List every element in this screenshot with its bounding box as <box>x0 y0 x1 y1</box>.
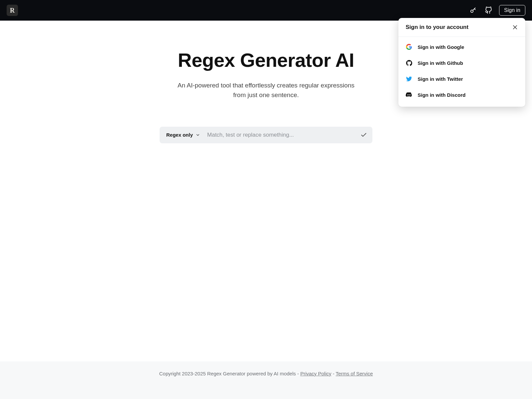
signin-option-label: Sign in with Discord <box>418 92 466 98</box>
app-header: R Sign in <box>0 0 532 21</box>
signin-option-label: Sign in with Github <box>418 60 463 66</box>
mode-select[interactable]: Regex only <box>160 127 205 143</box>
footer-privacy-link[interactable]: Privacy Policy <box>300 371 331 376</box>
prompt-input[interactable] <box>205 132 358 138</box>
signin-panel-header: Sign in to your account <box>398 18 525 37</box>
chevron-down-icon <box>196 133 200 137</box>
twitter-icon <box>406 75 412 82</box>
signin-option-label: Sign in with Google <box>418 44 464 50</box>
github-icon <box>406 60 412 66</box>
close-icon <box>512 24 518 30</box>
close-button[interactable] <box>512 24 518 30</box>
signin-options: Sign in with Google Sign in with Github … <box>398 37 525 107</box>
footer-copyright: Copyright 2023-2025 Regex Generator powe… <box>159 371 300 376</box>
check-icon <box>360 132 367 138</box>
api-key-icon[interactable] <box>468 6 478 15</box>
signin-option-twitter[interactable]: Sign in with Twitter <box>402 71 522 87</box>
svg-line-2 <box>474 9 475 10</box>
signin-option-discord[interactable]: Sign in with Discord <box>402 87 522 103</box>
signin-option-github[interactable]: Sign in with Github <box>402 55 522 71</box>
prompt-bar: Regex only <box>160 127 372 143</box>
github-link-icon[interactable] <box>484 6 493 15</box>
google-icon <box>406 44 412 50</box>
page-subtitle: An AI-powered tool that effortlessly cre… <box>173 80 359 100</box>
app-logo-letter: R <box>10 7 15 14</box>
footer-sep: - <box>333 371 336 376</box>
signin-panel-title: Sign in to your account <box>406 24 468 31</box>
app-logo[interactable]: R <box>7 5 18 16</box>
mode-select-label: Regex only <box>166 132 193 138</box>
discord-icon <box>406 91 412 98</box>
signin-option-label: Sign in with Twitter <box>418 76 463 82</box>
footer: Copyright 2023-2025 Regex Generator powe… <box>0 361 532 399</box>
signin-panel: Sign in to your account Sign in with Goo… <box>398 18 525 107</box>
footer-terms-link[interactable]: Terms of Service <box>336 371 373 376</box>
signin-button[interactable]: Sign in <box>499 5 525 16</box>
signin-option-google[interactable]: Sign in with Google <box>402 39 522 55</box>
submit-button[interactable] <box>358 130 369 140</box>
header-actions: Sign in <box>468 5 525 16</box>
